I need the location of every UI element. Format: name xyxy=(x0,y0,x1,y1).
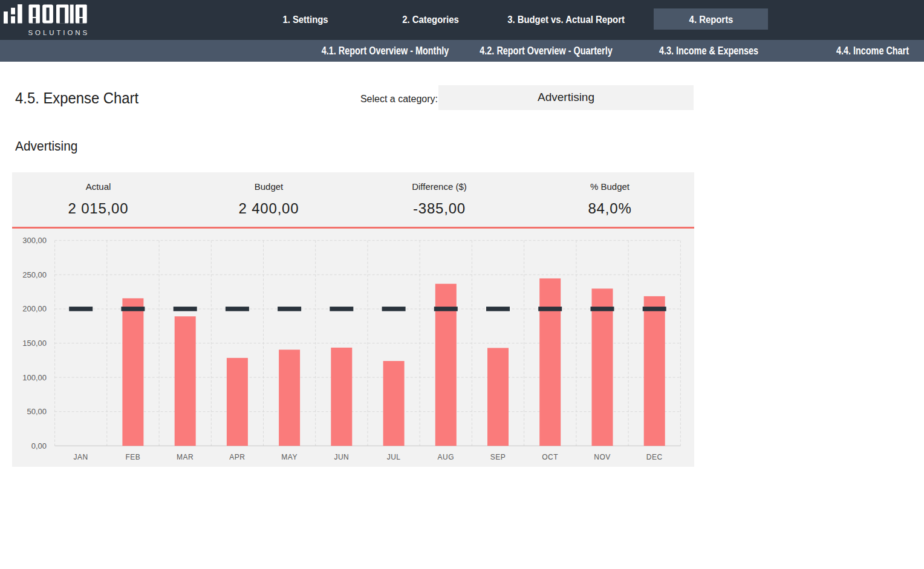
svg-text:300,00: 300,00 xyxy=(22,236,47,245)
svg-text:50,00: 50,00 xyxy=(27,407,47,416)
svg-text:JUN: JUN xyxy=(334,453,349,461)
svg-text:OCT: OCT xyxy=(542,453,558,461)
svg-text:250,00: 250,00 xyxy=(22,270,47,279)
svg-text:NOV: NOV xyxy=(594,453,611,461)
svg-text:0,00: 0,00 xyxy=(31,441,47,450)
svg-text:AUG: AUG xyxy=(438,453,455,461)
svg-text:100,00: 100,00 xyxy=(22,373,47,382)
svg-text:DEC: DEC xyxy=(646,453,663,461)
svg-text:SEP: SEP xyxy=(490,453,506,461)
svg-text:JUL: JUL xyxy=(387,453,401,461)
svg-text:APR: APR xyxy=(229,453,245,461)
svg-text:FEB: FEB xyxy=(125,453,140,461)
svg-text:200,00: 200,00 xyxy=(22,304,47,313)
svg-text:SOLUTIONS: SOLUTIONS xyxy=(28,29,90,36)
svg-text:150,00: 150,00 xyxy=(22,339,47,348)
svg-text:JAN: JAN xyxy=(74,453,88,461)
svg-text:MAY: MAY xyxy=(281,453,298,461)
svg-text:MAR: MAR xyxy=(177,453,194,461)
